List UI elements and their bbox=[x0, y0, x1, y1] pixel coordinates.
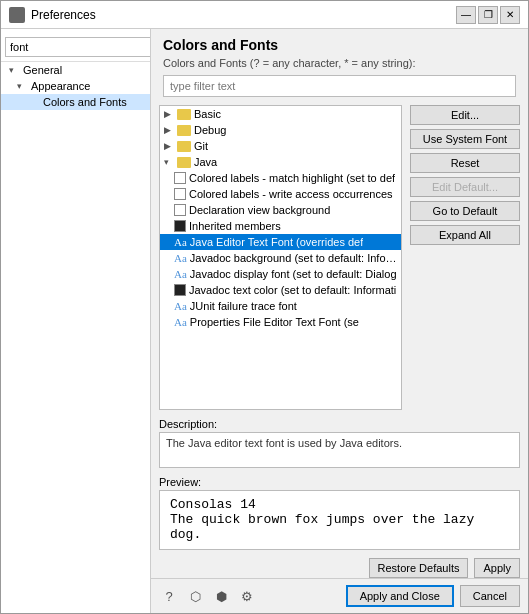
preview-line2: The quick brown fox jumps over the lazy … bbox=[170, 512, 509, 542]
color-icon-write bbox=[174, 188, 186, 200]
basic-folder-icon bbox=[177, 109, 191, 120]
item-java-editor-text-font[interactable]: Aa Java Editor Text Font (overrides def bbox=[160, 234, 401, 250]
edit-button[interactable]: Edit... bbox=[410, 105, 520, 125]
description-text: The Java editor text font is used by Jav… bbox=[159, 432, 520, 468]
category-git[interactable]: ▶ Git bbox=[160, 138, 401, 154]
title-controls: — ❐ ✕ bbox=[456, 6, 520, 24]
expand-all-button[interactable]: Expand All bbox=[410, 225, 520, 245]
item-declaration-view-label: Declaration view background bbox=[189, 204, 330, 216]
sidebar-search-box: ✕ bbox=[1, 33, 150, 62]
cancel-button[interactable]: Cancel bbox=[460, 585, 520, 607]
description-section: Description: The Java editor text font i… bbox=[151, 414, 528, 472]
use-system-font-button[interactable]: Use System Font bbox=[410, 129, 520, 149]
sidebar-item-colors-and-fonts[interactable]: Colors and Fonts bbox=[1, 94, 150, 110]
item-javadoc-display-label: Javadoc display font (set to default: Di… bbox=[190, 268, 397, 280]
close-button[interactable]: ✕ bbox=[500, 6, 520, 24]
debug-folder-icon bbox=[177, 125, 191, 136]
basic-label: Basic bbox=[194, 108, 221, 120]
window-title: Preferences bbox=[31, 8, 456, 22]
item-properties-file[interactable]: Aa Properties File Editor Text Font (se bbox=[160, 314, 401, 330]
preview-box: Consolas 14 The quick brown fox jumps ov… bbox=[159, 490, 520, 550]
apply-button[interactable]: Apply bbox=[474, 558, 520, 578]
item-inherited-members-label: Inherited members bbox=[189, 220, 281, 232]
font-icon-junit: Aa bbox=[174, 300, 187, 312]
java-folder-icon bbox=[177, 157, 191, 168]
general-label: General bbox=[23, 64, 62, 76]
restore-apply-row: Restore Defaults Apply bbox=[151, 554, 528, 578]
item-javadoc-display[interactable]: Aa Javadoc display font (set to default:… bbox=[160, 266, 401, 282]
item-javadoc-background[interactable]: Aa Javadoc background (set to default: I… bbox=[160, 250, 401, 266]
preview-label: Preview: bbox=[159, 476, 520, 488]
debug-toggle-icon: ▶ bbox=[164, 125, 174, 135]
description-label: Description: bbox=[159, 418, 520, 430]
minimize-button[interactable]: — bbox=[456, 6, 476, 24]
basic-toggle-icon: ▶ bbox=[164, 109, 174, 119]
go-to-default-button[interactable]: Go to Default bbox=[410, 201, 520, 221]
preferences-window: Preferences — ❐ ✕ ✕ ▾ General ▾ Appearan… bbox=[0, 0, 529, 614]
filter-input[interactable] bbox=[163, 75, 516, 97]
item-colored-labels-match-label: Colored labels - match highlight (set to… bbox=[189, 172, 395, 184]
item-colored-labels-write-label: Colored labels - write access occurrence… bbox=[189, 188, 393, 200]
sidebar: ✕ ▾ General ▾ Appearance Colors and Font… bbox=[1, 29, 151, 613]
restore-button[interactable]: ❐ bbox=[478, 6, 498, 24]
color-icon-decl bbox=[174, 204, 186, 216]
item-java-editor-text-font-label: Java Editor Text Font (overrides def bbox=[190, 236, 363, 248]
window-icon bbox=[9, 7, 25, 23]
appearance-label: Appearance bbox=[31, 80, 90, 92]
color-icon-javadoc-text bbox=[174, 284, 186, 296]
import-icon[interactable]: ⬢ bbox=[211, 586, 231, 606]
sidebar-item-general[interactable]: ▾ General bbox=[1, 62, 150, 78]
sidebar-item-appearance[interactable]: ▾ Appearance bbox=[1, 78, 150, 94]
item-declaration-view[interactable]: Declaration view background bbox=[160, 202, 401, 218]
help-icon[interactable]: ? bbox=[159, 586, 179, 606]
font-icon-javadoc-bg: Aa bbox=[174, 252, 187, 264]
font-icon-javadoc-display: Aa bbox=[174, 268, 187, 280]
color-icon-match bbox=[174, 172, 186, 184]
main-content: ✕ ▾ General ▾ Appearance Colors and Font… bbox=[1, 29, 528, 613]
bottom-bar: ? ⬡ ⬢ ⚙ Apply and Close Cancel bbox=[151, 578, 528, 613]
git-folder-icon bbox=[177, 141, 191, 152]
panel-subtitle: Colors and Fonts (? = any character, * =… bbox=[163, 57, 516, 69]
item-javadoc-text-color-label: Javadoc text color (set to default: Info… bbox=[189, 284, 396, 296]
appearance-toggle: ▾ bbox=[17, 81, 27, 91]
sidebar-search-input[interactable] bbox=[5, 37, 151, 57]
apply-and-close-button[interactable]: Apply and Close bbox=[346, 585, 454, 607]
java-label: Java bbox=[194, 156, 217, 168]
right-panel: Colors and Fonts Colors and Fonts (? = a… bbox=[151, 29, 528, 613]
edit-default-button: Edit Default... bbox=[410, 177, 520, 197]
middle-section: ▶ Basic ▶ Debug ▶ Git bbox=[151, 101, 528, 414]
item-inherited-members[interactable]: Inherited members bbox=[160, 218, 401, 234]
export-icon[interactable]: ⬡ bbox=[185, 586, 205, 606]
title-bar: Preferences — ❐ ✕ bbox=[1, 1, 528, 29]
panel-header: Colors and Fonts Colors and Fonts (? = a… bbox=[151, 29, 528, 101]
item-properties-file-label: Properties File Editor Text Font (se bbox=[190, 316, 359, 328]
item-colored-labels-match[interactable]: Colored labels - match highlight (set to… bbox=[160, 170, 401, 186]
font-icon-java-editor: Aa bbox=[174, 236, 187, 248]
panel-title: Colors and Fonts bbox=[163, 37, 516, 53]
category-basic[interactable]: ▶ Basic bbox=[160, 106, 401, 122]
bottom-icons: ? ⬡ ⬢ ⚙ bbox=[159, 586, 257, 606]
font-icon-properties: Aa bbox=[174, 316, 187, 328]
category-debug[interactable]: ▶ Debug bbox=[160, 122, 401, 138]
java-toggle-icon: ▾ bbox=[164, 157, 174, 167]
restore-defaults-button[interactable]: Restore Defaults bbox=[369, 558, 469, 578]
preview-line1: Consolas 14 bbox=[170, 497, 509, 512]
preview-section: Preview: Consolas 14 The quick brown fox… bbox=[151, 472, 528, 554]
colors-fonts-label: Colors and Fonts bbox=[43, 96, 127, 108]
item-colored-labels-write[interactable]: Colored labels - write access occurrence… bbox=[160, 186, 401, 202]
item-junit-failure-label: JUnit failure trace font bbox=[190, 300, 297, 312]
item-javadoc-text-color[interactable]: Javadoc text color (set to default: Info… bbox=[160, 282, 401, 298]
action-buttons: Edit... Use System Font Reset Edit Defau… bbox=[410, 105, 520, 410]
bottom-right-buttons: Apply and Close Cancel bbox=[346, 585, 520, 607]
color-icon-inherited bbox=[174, 220, 186, 232]
reset-button[interactable]: Reset bbox=[410, 153, 520, 173]
preferences-icon[interactable]: ⚙ bbox=[237, 586, 257, 606]
git-toggle-icon: ▶ bbox=[164, 141, 174, 151]
font-tree-list[interactable]: ▶ Basic ▶ Debug ▶ Git bbox=[159, 105, 402, 410]
item-javadoc-background-label: Javadoc background (set to default: Info… bbox=[190, 252, 397, 264]
debug-label: Debug bbox=[194, 124, 226, 136]
git-label: Git bbox=[194, 140, 208, 152]
general-toggle: ▾ bbox=[9, 65, 19, 75]
item-junit-failure[interactable]: Aa JUnit failure trace font bbox=[160, 298, 401, 314]
category-java[interactable]: ▾ Java bbox=[160, 154, 401, 170]
